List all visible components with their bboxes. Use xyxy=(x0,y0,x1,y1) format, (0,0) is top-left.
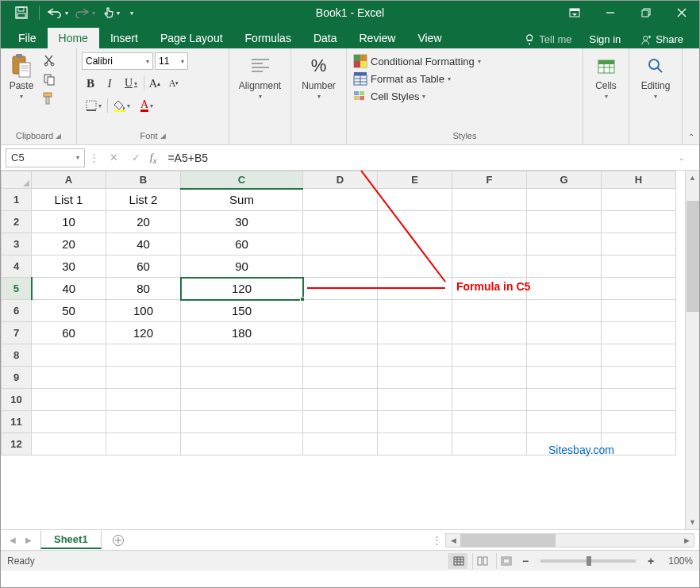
paste-button[interactable]: Paste ▾ xyxy=(6,52,37,102)
column-header[interactable]: G xyxy=(527,171,602,189)
new-sheet-button[interactable] xyxy=(108,532,129,548)
row-header[interactable]: 6 xyxy=(2,300,32,322)
cell[interactable] xyxy=(378,233,452,256)
page-layout-view-icon[interactable] xyxy=(472,553,491,569)
cell[interactable] xyxy=(32,389,106,411)
cell[interactable]: 80 xyxy=(106,278,181,300)
cell[interactable] xyxy=(303,300,378,322)
cell[interactable] xyxy=(602,233,676,256)
close-button[interactable] xyxy=(663,1,699,25)
cell[interactable] xyxy=(378,300,452,322)
fill-handle[interactable] xyxy=(300,297,305,302)
cell[interactable] xyxy=(378,211,452,233)
cell[interactable] xyxy=(527,256,602,278)
select-all-corner[interactable] xyxy=(2,171,32,189)
scroll-down-icon[interactable]: ▼ xyxy=(686,515,699,529)
vscroll-thumb[interactable] xyxy=(687,201,699,312)
cell[interactable] xyxy=(527,278,602,300)
fx-icon[interactable]: fx xyxy=(150,151,156,165)
cell[interactable] xyxy=(106,411,181,433)
column-header[interactable]: H xyxy=(602,171,676,189)
cancel-formula-icon[interactable]: ✕ xyxy=(102,148,125,167)
qat-customize-icon[interactable]: ▾ xyxy=(125,2,138,23)
font-color-button[interactable]: A▾ xyxy=(135,97,159,114)
cell[interactable] xyxy=(181,389,303,411)
collapse-ribbon-icon[interactable]: ⌃ xyxy=(682,48,699,144)
cell[interactable] xyxy=(181,411,303,433)
cell[interactable] xyxy=(602,344,676,367)
tab-file[interactable]: File xyxy=(7,28,48,48)
zoom-thumb[interactable] xyxy=(587,556,591,566)
tab-page-layout[interactable]: Page Layout xyxy=(149,28,234,48)
clipboard-launcher-icon[interactable]: ◢ xyxy=(56,132,61,140)
cell[interactable]: 50 xyxy=(32,300,106,322)
redo-icon[interactable]: ▾ xyxy=(71,2,97,23)
cell[interactable] xyxy=(452,389,527,411)
cell[interactable] xyxy=(181,367,303,389)
name-box[interactable]: C5▾ xyxy=(6,148,85,167)
font-name-combo[interactable]: Calibri▾ xyxy=(82,52,153,70)
tab-data[interactable]: Data xyxy=(302,28,348,48)
cell[interactable]: 10 xyxy=(32,211,106,233)
cell[interactable] xyxy=(32,344,106,367)
cell[interactable] xyxy=(32,367,106,389)
italic-button[interactable]: I xyxy=(101,75,118,92)
cell[interactable] xyxy=(527,211,602,233)
cell[interactable] xyxy=(303,367,378,389)
cell[interactable] xyxy=(32,411,106,433)
cell[interactable] xyxy=(452,233,527,256)
format-painter-icon[interactable] xyxy=(40,90,58,107)
minimize-button[interactable] xyxy=(592,1,628,25)
normal-view-icon[interactable] xyxy=(448,553,467,569)
scroll-up-icon[interactable]: ▲ xyxy=(686,171,699,185)
cell[interactable] xyxy=(378,389,452,411)
cell[interactable] xyxy=(378,433,452,455)
row-header[interactable]: 7 xyxy=(2,322,32,344)
cell[interactable] xyxy=(303,211,378,233)
cell[interactable]: 120 xyxy=(106,322,181,344)
cell[interactable]: 20 xyxy=(32,233,106,256)
cell[interactable]: 180 xyxy=(181,322,303,344)
tab-view[interactable]: View xyxy=(406,28,452,48)
cell[interactable] xyxy=(378,256,452,278)
cell[interactable] xyxy=(303,389,378,411)
cell[interactable] xyxy=(106,433,181,455)
font-launcher-icon[interactable]: ◢ xyxy=(160,132,166,140)
cell[interactable]: List 1 xyxy=(32,189,106,211)
cell[interactable] xyxy=(181,433,303,455)
cell[interactable] xyxy=(32,433,106,455)
row-header[interactable]: 4 xyxy=(2,256,32,278)
row-header[interactable]: 10 xyxy=(2,389,32,411)
cell[interactable]: 40 xyxy=(32,278,106,300)
tab-review[interactable]: Review xyxy=(348,28,407,48)
alignment-button[interactable]: Alignment ▾ xyxy=(236,52,284,102)
sign-in-link[interactable]: Sign in xyxy=(582,33,629,45)
save-icon[interactable] xyxy=(9,2,34,23)
conditional-formatting-button[interactable]: Conditional Formatting▾ xyxy=(352,53,483,69)
cell[interactable]: 30 xyxy=(181,211,303,233)
format-as-table-button[interactable]: Format as Table▾ xyxy=(352,71,483,86)
cell[interactable] xyxy=(527,367,602,389)
row-header[interactable]: 1 xyxy=(2,189,32,211)
cell[interactable] xyxy=(106,344,181,367)
cell[interactable]: 60 xyxy=(106,256,181,278)
cell[interactable] xyxy=(452,411,527,433)
row-header[interactable]: 9 xyxy=(2,367,32,389)
cell[interactable] xyxy=(527,233,602,256)
cell[interactable] xyxy=(303,278,378,300)
cell[interactable] xyxy=(452,433,527,455)
cell[interactable] xyxy=(303,433,378,455)
column-header[interactable]: D xyxy=(303,171,378,189)
cell[interactable] xyxy=(303,344,378,367)
cell[interactable]: 120 xyxy=(181,278,303,300)
cell[interactable] xyxy=(452,189,527,211)
cell[interactable] xyxy=(378,189,452,211)
zoom-level[interactable]: 100% xyxy=(661,555,693,567)
page-break-view-icon[interactable] xyxy=(496,553,515,569)
cell[interactable]: List 2 xyxy=(106,189,181,211)
zoom-in-button[interactable]: + xyxy=(645,555,656,567)
column-header[interactable]: B xyxy=(106,171,181,189)
number-format-button[interactable]: % Number ▾ xyxy=(298,52,339,102)
cell[interactable] xyxy=(602,389,676,411)
row-header[interactable]: 8 xyxy=(2,344,32,367)
